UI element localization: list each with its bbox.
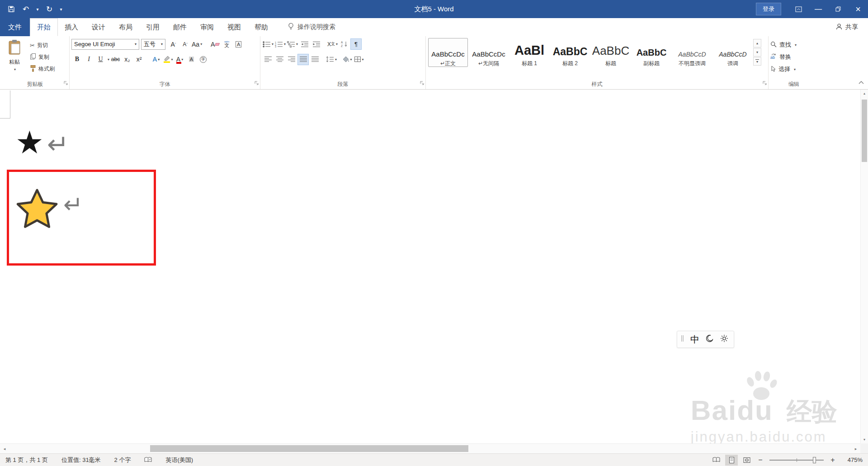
style-emphasis[interactable]: AaBbCcD 强调 xyxy=(713,38,753,67)
tab-references[interactable]: 引用 xyxy=(139,18,166,36)
black-star-character[interactable]: ★ xyxy=(15,127,44,158)
shading-button[interactable]: ▾ xyxy=(341,54,353,65)
styles-dialog-launcher-icon[interactable] xyxy=(762,79,767,87)
replace-button[interactable]: ab 替换 xyxy=(770,52,797,62)
line-spacing-button[interactable]: ▾ xyxy=(326,54,337,65)
page-number-status[interactable]: 第 1 页，共 1 页 xyxy=(5,456,48,464)
print-layout-button[interactable] xyxy=(725,455,738,466)
restore-button[interactable] xyxy=(828,0,848,18)
align-center-button[interactable] xyxy=(274,54,285,65)
scroll-down-icon[interactable]: ▾ xyxy=(861,436,868,443)
styles-scroll-up-icon[interactable]: ▴ xyxy=(753,39,761,48)
show-hide-marks-button[interactable]: ¶ xyxy=(350,38,362,50)
styles-more-icon[interactable]: ▾ xyxy=(753,57,761,66)
settings-gear-icon[interactable] xyxy=(720,334,728,344)
close-button[interactable]: × xyxy=(848,0,868,18)
italic-button[interactable]: I xyxy=(83,54,94,65)
style-subtle-emphasis[interactable]: AaBbCcD 不明显强调 xyxy=(672,38,712,67)
character-border-button[interactable]: A xyxy=(233,38,244,50)
scroll-left-icon[interactable]: ◂ xyxy=(0,444,9,453)
bullets-button[interactable]: ▾ xyxy=(262,38,274,50)
grow-font-button[interactable]: Aˆ xyxy=(168,38,179,50)
clipboard-dialog-launcher-icon[interactable] xyxy=(63,79,68,87)
zoom-slider[interactable] xyxy=(769,460,824,461)
tab-mailings[interactable]: 邮件 xyxy=(166,18,193,36)
align-left-button[interactable] xyxy=(262,54,274,65)
scroll-right-icon[interactable]: ▸ xyxy=(851,444,860,453)
tab-file[interactable]: 文件 xyxy=(0,18,30,36)
tab-insert[interactable]: 插入 xyxy=(58,18,85,36)
undo-dropdown-icon[interactable]: ▾ xyxy=(33,2,42,16)
font-color-button[interactable]: A▾ xyxy=(174,54,185,65)
paragraph-dialog-launcher-icon[interactable] xyxy=(420,79,425,87)
copy-button[interactable]: 复制 xyxy=(30,52,55,62)
login-button[interactable]: 登录 xyxy=(756,3,781,15)
tab-layout[interactable]: 布局 xyxy=(112,18,139,36)
multilevel-list-button[interactable]: ▾ xyxy=(287,38,298,50)
decrease-indent-button[interactable] xyxy=(299,38,310,50)
tab-review[interactable]: 审阅 xyxy=(193,18,221,36)
style-title[interactable]: AaBbC 标题 xyxy=(591,38,631,67)
style-subtitle[interactable]: AaBbC 副标题 xyxy=(632,38,671,67)
share-button[interactable]: 共享 xyxy=(835,18,858,36)
bold-button[interactable]: B xyxy=(71,54,83,65)
ime-language-toggle[interactable]: 中 xyxy=(690,333,699,346)
scroll-up-icon[interactable]: ▴ xyxy=(861,90,868,97)
enclose-characters-button[interactable]: 字 xyxy=(198,54,209,65)
tab-home[interactable]: 开始 xyxy=(30,18,58,36)
strikethrough-button[interactable]: abc xyxy=(110,54,121,65)
sort-button[interactable]: AZ xyxy=(339,38,350,50)
character-shading-button[interactable]: A xyxy=(186,54,197,65)
numbering-button[interactable]: 123▾ xyxy=(274,38,286,50)
customize-qat-icon[interactable]: ▾ xyxy=(57,2,65,16)
undo-icon[interactable]: ↶ xyxy=(19,2,33,16)
redo-icon[interactable]: ↻ xyxy=(42,2,56,16)
find-button[interactable]: 查找 ▾ xyxy=(770,39,797,50)
zoom-level[interactable]: 475% xyxy=(840,456,863,463)
clear-formatting-button[interactable]: A xyxy=(209,38,221,50)
borders-button[interactable]: ▾ xyxy=(353,54,364,65)
shrink-font-button[interactable]: Aˇ xyxy=(179,38,191,50)
zoom-out-button[interactable]: − xyxy=(756,456,765,464)
collapse-ribbon-icon[interactable] xyxy=(858,78,864,86)
increase-indent-button[interactable] xyxy=(311,38,322,50)
vertical-scrollbar[interactable]: ▴ ▾ xyxy=(860,90,868,443)
tab-design[interactable]: 设计 xyxy=(85,18,112,36)
font-dialog-launcher-icon[interactable] xyxy=(254,79,259,87)
save-icon[interactable] xyxy=(5,2,18,16)
minimize-button[interactable]: — xyxy=(808,0,828,18)
proofing-status-icon[interactable] xyxy=(144,457,152,463)
language-status[interactable]: 英语(美国) xyxy=(165,456,193,464)
font-name-select[interactable]: Segoe UI Emoji ▾ xyxy=(71,39,139,50)
zoom-in-button[interactable]: + xyxy=(828,456,837,464)
web-layout-button[interactable] xyxy=(741,455,753,466)
justify-button[interactable] xyxy=(297,54,309,65)
style-normal[interactable]: AaBbCcDc ↵正文 xyxy=(428,38,468,67)
tab-help[interactable]: 帮助 xyxy=(248,18,275,36)
zoom-slider-thumb[interactable] xyxy=(813,457,816,463)
paste-button[interactable]: 粘贴 ▾ xyxy=(3,38,26,76)
cut-button[interactable]: ✂ 剪切 xyxy=(30,40,55,50)
text-effects-button[interactable]: A▾ xyxy=(151,54,162,65)
style-heading-2[interactable]: AaBbC 标题 2 xyxy=(550,38,590,67)
moon-icon[interactable] xyxy=(706,334,714,344)
subscript-button[interactable]: x₂ xyxy=(122,54,133,65)
ribbon-display-options-icon[interactable] xyxy=(788,0,808,18)
vertical-scroll-thumb[interactable] xyxy=(862,100,867,162)
align-right-button[interactable] xyxy=(286,54,297,65)
superscript-button[interactable]: x² xyxy=(133,54,145,65)
asian-layout-button[interactable]: X文▾ xyxy=(327,38,338,50)
tab-view[interactable]: 视图 xyxy=(221,18,248,36)
style-heading-1[interactable]: AaBl 标题 1 xyxy=(509,38,549,67)
yellow-star-emoji[interactable] xyxy=(14,185,60,233)
phonetic-guide-button[interactable]: wén文 xyxy=(221,38,232,50)
format-painter-button[interactable]: 格式刷 xyxy=(30,64,55,74)
document-canvas[interactable]: ★ ↵ ↵ 中 Baidu 经验 xyxy=(0,90,868,453)
styles-scroll-down-icon[interactable]: ▾ xyxy=(753,48,761,57)
horizontal-scrollbar[interactable]: ◂ ▸ xyxy=(0,443,860,453)
underline-button[interactable]: U xyxy=(95,54,106,65)
text-highlight-button[interactable]: ▾ xyxy=(162,54,174,65)
tell-me-search[interactable]: 操作说明搜索 xyxy=(288,18,335,36)
cursor-position-status[interactable]: 位置值: 31毫米 xyxy=(61,456,101,464)
horizontal-scroll-thumb[interactable] xyxy=(150,445,468,452)
